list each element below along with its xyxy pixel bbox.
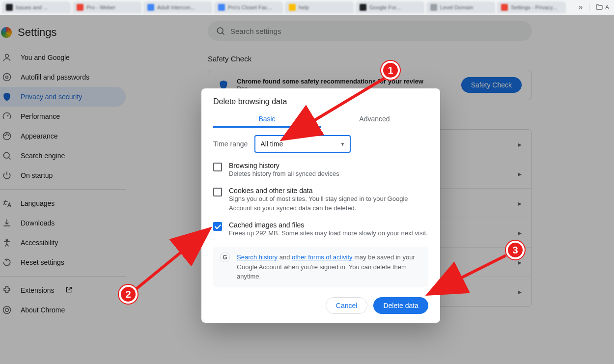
folder-icon [595, 3, 603, 11]
option-desc: Signs you out of most sites. You'll stay… [229, 195, 428, 213]
activity-link[interactable]: other forms of activity [292, 253, 353, 261]
time-range-select[interactable]: All time ▼ [254, 135, 351, 153]
annotation-badge-3: 3 [506, 241, 525, 259]
favicon-icon [147, 4, 154, 11]
bookmarks-folder[interactable]: A [592, 3, 612, 11]
favicon-icon [6, 4, 13, 11]
browser-tab[interactable]: Level Domain [426, 1, 495, 13]
option-title: Browsing history [229, 162, 339, 169]
browser-tab[interactable]: Adult Intercon... [143, 1, 212, 13]
browser-tab[interactable]: help [285, 1, 354, 13]
browser-tab[interactable]: Issues and ... [2, 1, 71, 13]
clear-option: Cookies and other site data Signs you ou… [213, 183, 428, 217]
browser-tab[interactable]: Pro's Closet Fac... [214, 1, 283, 13]
delete-browsing-data-dialog: Delete browsing data Basic Advanced Time… [201, 88, 440, 323]
checkbox[interactable] [213, 188, 222, 196]
google-account-note: G Search history and other forms of acti… [213, 247, 428, 287]
option-title: Cookies and other site data [229, 187, 428, 195]
option-desc: Frees up 292 MB. Some sites may load mor… [229, 229, 428, 238]
dialog-title: Delete browsing data [201, 88, 440, 110]
tab-overflow-button[interactable]: » [574, 3, 586, 12]
favicon-icon [218, 4, 225, 11]
tab-advanced[interactable]: Advanced [321, 110, 428, 128]
checkbox[interactable] [213, 222, 222, 231]
clear-option: Cached images and files Frees up 292 MB.… [213, 217, 428, 242]
favicon-icon [289, 4, 296, 11]
google-logo-icon: G [220, 252, 230, 262]
favicon-icon [360, 4, 366, 11]
tab-basic[interactable]: Basic [213, 110, 321, 128]
option-desc: Deletes history from all synced devices [229, 169, 339, 179]
favicon-icon [77, 4, 84, 11]
browser-tab[interactable]: Settings - Privacy... [497, 1, 566, 13]
chevron-down-icon: ▼ [340, 141, 345, 147]
browser-tab[interactable]: Pro - Weber [73, 1, 141, 13]
time-range-value: All time [260, 140, 283, 148]
time-range-label: Time range [213, 140, 248, 148]
checkbox[interactable] [213, 163, 222, 171]
search-history-link[interactable]: Search history [237, 253, 278, 261]
option-title: Cached images and files [229, 221, 428, 229]
annotation-badge-2: 2 [119, 285, 138, 304]
favicon-icon [430, 4, 437, 11]
clear-option: Browsing history Deletes history from al… [213, 158, 428, 183]
annotation-badge-1: 1 [381, 61, 400, 80]
browser-tabstrip: Issues and ... Pro - Weber Adult Interco… [0, 0, 614, 15]
favicon-icon [501, 4, 508, 11]
cancel-button[interactable]: Cancel [326, 297, 368, 314]
browser-tab[interactable]: Google For... [356, 1, 424, 13]
delete-data-button[interactable]: Delete data [373, 297, 428, 314]
